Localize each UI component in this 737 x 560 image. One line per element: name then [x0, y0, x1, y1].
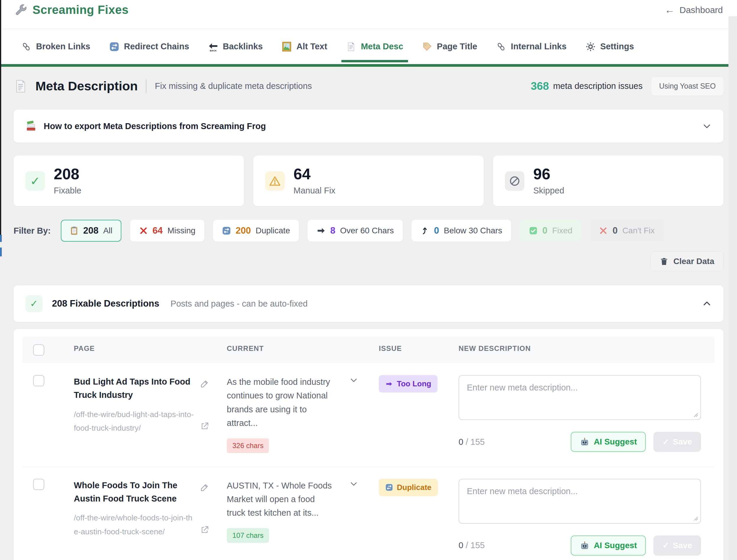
robot-icon — [580, 437, 590, 447]
filter-below-30-chars[interactable]: 0Below 30 Chars — [411, 220, 511, 242]
help-accordion[interactable]: How to export Meta Descriptions from Scr… — [14, 110, 723, 143]
external-link-icon[interactable] — [200, 422, 209, 431]
trash-icon — [660, 257, 668, 266]
row-checkbox[interactable] — [33, 375, 44, 386]
filter-by-label: Filter By: — [14, 226, 51, 236]
chevron-down-icon[interactable] — [702, 121, 712, 131]
x-soft-icon — [599, 226, 608, 235]
filter-label: Fixed — [552, 226, 572, 235]
gear-icon — [585, 42, 596, 52]
new-meta-description-input[interactable] — [458, 479, 701, 524]
textarea-wrapper — [458, 375, 701, 421]
filter-all[interactable]: 208All — [61, 220, 121, 242]
tab-meta-desc[interactable]: Meta Desc — [346, 42, 403, 52]
filter-label: Missing — [167, 226, 196, 235]
tab-internal-links[interactable]: Internal Links — [496, 42, 567, 52]
table-header-row: PAGECURRENTISSUENEW DESCRIPTION — [22, 337, 715, 363]
filter-label: Duplicate — [256, 226, 290, 235]
main-content: Meta Description Fix missing & duplicate… — [0, 77, 737, 560]
stat-count: 208 — [54, 166, 82, 182]
tab-redirect-chains[interactable]: Redirect Chains — [109, 42, 189, 52]
row-action-buttons: AI Suggest✓Save — [571, 535, 701, 556]
filter-duplicate[interactable]: 200Duplicate — [213, 220, 299, 242]
chain-icon — [496, 42, 506, 52]
tab-label: Meta Desc — [361, 42, 403, 51]
stat-card-manual-fix: 64Manual Fix — [253, 156, 484, 206]
expand-chevron-icon[interactable] — [349, 376, 358, 385]
page-cell: Bud Light Ad Taps Into Food Truck Indust… — [67, 375, 223, 453]
column-header-issue: ISSUE — [375, 344, 455, 356]
stat-label: Manual Fix — [294, 186, 336, 196]
resize-handle-icon[interactable] — [693, 412, 698, 419]
tab-label: Broken Links — [36, 42, 90, 51]
filter-can-t-fix[interactable]: 0Can't Fix — [590, 220, 663, 242]
edit-pencil-icon[interactable] — [200, 483, 209, 492]
char-count-badge: 107 chars — [227, 528, 269, 543]
page-header-left: Meta Description Fix missing & duplicate… — [14, 79, 312, 93]
books-icon — [25, 120, 37, 132]
row-footer: 0 / 155AI Suggest✓Save — [458, 432, 701, 452]
clear-data-label: Clear Data — [673, 257, 714, 266]
stat-text: 64Manual Fix — [294, 166, 336, 196]
tab-backlinks[interactable]: BACKBacklinks — [208, 42, 263, 52]
external-link-icon[interactable] — [200, 525, 209, 534]
tab-page-title[interactable]: Page Title — [422, 42, 477, 52]
duplicate-icon — [385, 484, 393, 491]
char-counter-max: / 155 — [463, 437, 485, 447]
filter-buttons: 208All64Missing200Duplicate8Over 60 Char… — [61, 220, 664, 242]
select-all-checkbox[interactable] — [33, 344, 44, 356]
check-icon: ✓ — [25, 295, 43, 312]
arrow-up-icon — [420, 226, 429, 235]
new-meta-description-input[interactable] — [458, 375, 701, 420]
broken-link-icon — [21, 42, 31, 52]
check-icon: ✓ — [662, 437, 669, 447]
tab-label: Page Title — [437, 42, 477, 51]
page-scrollbar[interactable] — [728, 16, 737, 560]
left-edge-artifact — [0, 0, 1, 235]
chevron-up-icon[interactable] — [702, 299, 712, 308]
x-red-icon — [139, 226, 148, 235]
filter-fixed[interactable]: 0Fixed — [520, 220, 581, 242]
tab-alt-text[interactable]: Alt Text — [282, 42, 327, 52]
save-button[interactable]: ✓Save — [653, 535, 701, 556]
left-edge-blue-mark — [0, 235, 2, 242]
ai-suggest-label: AI Suggest — [594, 437, 637, 447]
edit-pencil-icon[interactable] — [200, 379, 209, 388]
check-icon: ✓ — [25, 171, 45, 191]
dashboard-link[interactable]: ← Dashboard — [665, 4, 723, 16]
expand-chevron-icon[interactable] — [349, 479, 358, 488]
column-header-page: PAGE — [67, 344, 223, 356]
clipboard-icon — [70, 226, 79, 235]
tab-label: Redirect Chains — [124, 42, 189, 51]
row-checkbox-cell — [22, 479, 67, 556]
clear-data-button[interactable]: Clear Data — [650, 252, 723, 271]
stat-card-fixable: ✓208Fixable — [14, 156, 244, 206]
filter-count: 0 — [612, 225, 617, 236]
filter-missing[interactable]: 64Missing — [130, 220, 204, 242]
row-checkbox[interactable] — [33, 479, 44, 490]
filter-label: Over 60 Chars — [340, 226, 394, 235]
filter-label: All — [103, 226, 112, 235]
table-body: Bud Light Ad Taps Into Food Truck Indust… — [22, 363, 715, 560]
filter-over-60-chars[interactable]: 8Over 60 Chars — [308, 220, 402, 242]
section-subtitle: Posts and pages - can be auto-fixed — [171, 299, 308, 309]
stat-count: 64 — [294, 166, 336, 182]
tab-settings[interactable]: Settings — [585, 42, 634, 52]
doc-icon — [346, 42, 356, 52]
issue-cell: Too Long — [375, 375, 455, 453]
warning-icon — [265, 171, 285, 191]
page-title-text: Whole Foods To Join The Austin Food Truc… — [74, 479, 198, 505]
clear-data-row: Clear Data — [14, 252, 723, 271]
page-subtitle: Fix missing & duplicate meta description… — [155, 81, 312, 91]
ai-suggest-button[interactable]: AI Suggest — [571, 535, 646, 556]
save-button[interactable]: ✓Save — [653, 432, 701, 452]
ai-suggest-button[interactable]: AI Suggest — [571, 432, 646, 452]
alt-image-icon — [282, 42, 292, 52]
robot-icon — [580, 541, 590, 551]
divider — [146, 79, 147, 93]
app-logo: Screaming Fixes — [14, 3, 129, 17]
resize-handle-icon[interactable] — [693, 516, 698, 522]
tab-broken-links[interactable]: Broken Links — [21, 42, 90, 52]
save-label: Save — [673, 437, 692, 447]
current-description-text: AUSTIN, TX - Whole Foods Market will ope… — [227, 479, 333, 520]
